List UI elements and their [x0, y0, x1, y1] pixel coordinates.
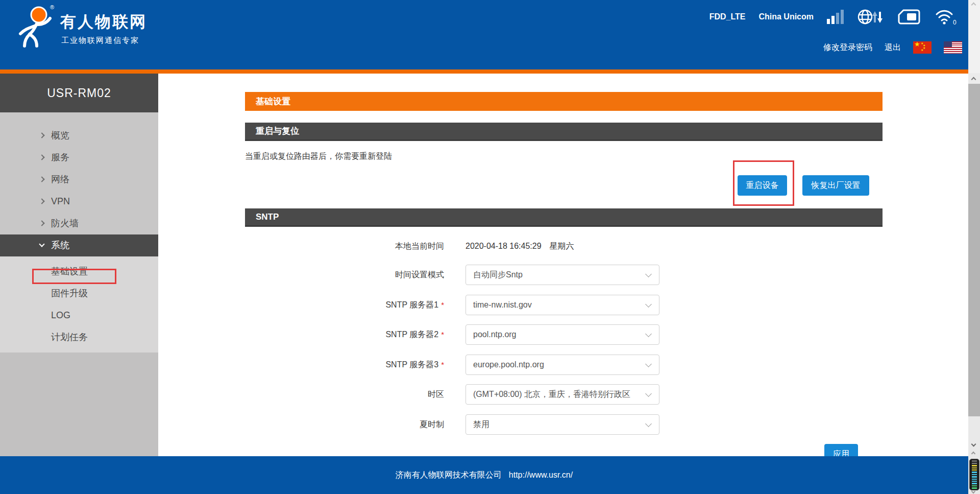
form-row-timezone: 时区 (GMT+08:00) 北京，重庆，香港特别行政区: [245, 384, 883, 405]
time-mode-label: 时间设置模式: [245, 270, 444, 280]
sidebar: USR-RM02 概览 服务 网络 VPN 防火墙: [0, 74, 158, 456]
globe-traffic-icon: [857, 8, 884, 26]
sidebar-item-label: VPN: [51, 196, 70, 206]
language-chinese-flag[interactable]: ★ ★ ★ ★ ★: [913, 41, 932, 54]
level-meter-widget: [969, 459, 979, 490]
time-mode-value: 自动同步Sntp: [473, 270, 523, 279]
sntp-server2-select[interactable]: pool.ntp.org: [465, 324, 659, 345]
timezone-label: 时区: [245, 389, 444, 400]
sidebar-subitem-firmware-upgrade[interactable]: 固件升级: [0, 283, 158, 304]
required-mark: *: [441, 360, 444, 369]
restart-section-bar: 重启与复位: [245, 123, 883, 141]
wifi-icon: 0: [935, 8, 957, 26]
scrollbar-up-button[interactable]: [968, 73, 980, 84]
wifi-count-badge: 0: [953, 19, 957, 26]
sidebar-subitem-label: 固件升级: [51, 288, 88, 298]
header-links: 修改登录密码 退出 ★ ★ ★ ★ ★: [823, 40, 962, 55]
form-row-dst: 夏时制 禁用: [245, 414, 883, 435]
network-type-label: FDD_LTE: [709, 12, 746, 21]
company-url-link[interactable]: http://www.usr.cn/: [509, 471, 573, 480]
required-mark: *: [441, 300, 444, 309]
sidebar-item-label: 防火墙: [51, 218, 79, 228]
local-time-value: 2020-04-18 16:45:29星期六: [465, 241, 574, 252]
language-english-flag[interactable]: [944, 41, 962, 54]
page-footer: 济南有人物联网技术有限公司 http://www.usr.cn/: [0, 456, 968, 494]
device-model-title: USR-RM02: [0, 74, 158, 112]
form-row-local-time: 本地当前时间 2020-04-18 16:45:29星期六: [245, 236, 883, 256]
chevron-up-icon: [971, 77, 976, 82]
sntp-server2-label: SNTP 服务器2: [385, 330, 438, 339]
sntp-server2-value: pool.ntp.org: [473, 330, 517, 339]
annotation-box-restart-button: [733, 160, 794, 206]
brand-tagline: 工业物联网通信专家: [61, 36, 139, 45]
sidebar-item-label: 概览: [51, 130, 69, 140]
header-accent-strip: [0, 69, 968, 74]
page-title: 基础设置: [256, 97, 290, 106]
restart-section-title: 重启与复位: [256, 126, 299, 136]
sntp-server1-label: SNTP 服务器1: [385, 300, 438, 309]
chevron-right-icon: [39, 220, 44, 226]
sidebar-item-network[interactable]: 网络: [0, 169, 158, 191]
sidebar-item-label: 网络: [51, 174, 69, 184]
weekday-value: 星期六: [550, 242, 574, 250]
sntp-server3-label: SNTP 服务器3: [385, 360, 438, 369]
form-row-sntp-server2: SNTP 服务器2* pool.ntp.org: [245, 324, 883, 345]
restart-note: 当重启或复位路由器后，你需要重新登陆: [245, 151, 392, 162]
sntp-server3-select[interactable]: europe.pool.ntp.org: [465, 355, 659, 375]
form-row-time-mode: 时间设置模式 自动同步Sntp: [245, 265, 883, 285]
chevron-right-icon: [39, 176, 44, 182]
logout-link[interactable]: 退出: [885, 42, 901, 53]
chevron-right-icon: [39, 154, 44, 160]
sidebar-item-vpn[interactable]: VPN: [0, 191, 158, 213]
sidebar-item-label: 系统: [51, 240, 69, 250]
form-row-sntp-server3: SNTP 服务器3* europe.pool.ntp.org: [245, 355, 883, 375]
sidebar-item-system[interactable]: 系统: [0, 234, 158, 256]
sidebar-subitem-log[interactable]: LOG: [0, 304, 158, 326]
timezone-select[interactable]: (GMT+08:00) 北京，重庆，香港特别行政区: [465, 384, 659, 405]
dst-select[interactable]: 禁用: [465, 414, 659, 435]
timezone-value: (GMT+08:00) 北京，重庆，香港特别行政区: [473, 390, 630, 398]
sidebar-item-label: 服务: [51, 152, 69, 162]
chevron-down-icon: [645, 331, 652, 337]
sntp-section-bar: SNTP: [245, 208, 883, 227]
sntp-server1-select[interactable]: time-nw.nist.gov: [465, 295, 659, 315]
sntp-server1-value: time-nw.nist.gov: [473, 300, 532, 309]
dst-label: 夏时制: [245, 419, 444, 430]
factory-reset-button[interactable]: 恢复出厂设置: [802, 175, 869, 196]
status-bar: FDD_LTE China Unicom: [709, 6, 957, 28]
sidebar-item-services[interactable]: 服务: [0, 147, 158, 169]
annotation-box-basic-settings: [32, 269, 116, 284]
sidebar-menu: 概览 服务 网络 VPN 防火墙 系统: [0, 112, 158, 456]
sim-card-icon: [897, 9, 921, 25]
signal-strength-icon: [827, 10, 844, 24]
sntp-section-title: SNTP: [256, 212, 279, 222]
brand-name: 有人物联网: [60, 11, 147, 33]
chevron-down-icon: [645, 420, 652, 427]
sidebar-subitem-scheduled-tasks[interactable]: 计划任务: [0, 326, 158, 348]
chevron-right-icon: [39, 132, 44, 138]
sidebar-subitem-label: 计划任务: [51, 332, 88, 342]
local-time-label: 本地当前时间: [245, 241, 444, 252]
change-password-link[interactable]: 修改登录密码: [823, 42, 872, 53]
chevron-right-icon: [39, 198, 44, 204]
chevron-down-icon: [645, 271, 652, 277]
time-mode-select[interactable]: 自动同步Sntp: [465, 265, 659, 285]
chevron-down-icon: [645, 390, 652, 397]
carrier-label: China Unicom: [758, 12, 814, 21]
registered-mark: ®: [50, 4, 54, 10]
usr-mascot-logo-icon: ®: [15, 3, 57, 50]
sidebar-item-firewall[interactable]: 防火墙: [0, 213, 158, 234]
chevron-down-icon: [39, 241, 44, 247]
sntp-server3-value: europe.pool.ntp.org: [473, 360, 544, 369]
required-mark: *: [441, 330, 444, 339]
sidebar-filler: [0, 352, 158, 456]
form-row-sntp-server1: SNTP 服务器1* time-nw.nist.gov: [245, 295, 883, 315]
top-header: ® 有人物联网 工业物联网通信专家 FDD_LTE China Unicom: [0, 0, 968, 69]
chevron-down-icon: [645, 361, 652, 367]
dst-value: 禁用: [473, 420, 489, 429]
sidebar-item-overview[interactable]: 概览: [0, 125, 158, 147]
scrollbar-thumb[interactable]: [968, 84, 980, 416]
sidebar-subitem-label: LOG: [51, 310, 70, 320]
chevron-down-icon: [645, 301, 652, 308]
page: ® 有人物联网 工业物联网通信专家 FDD_LTE China Unicom: [0, 0, 980, 494]
